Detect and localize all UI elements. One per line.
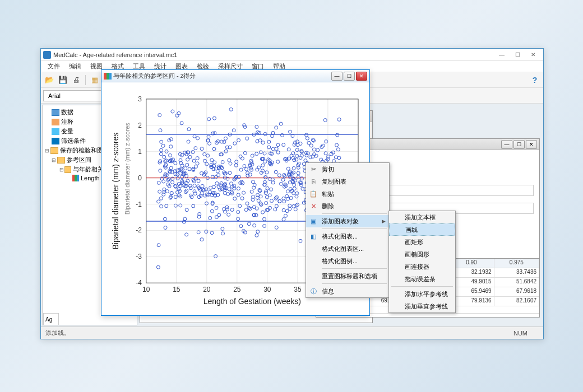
svg-point-185 [203, 159, 206, 162]
svg-point-529 [165, 204, 168, 208]
svg-point-230 [197, 179, 200, 183]
submenu-item[interactable]: 画矩形 [389, 236, 455, 248]
context-menu-item[interactable]: ◧格式化图表... [306, 230, 389, 242]
svg-point-242 [193, 192, 197, 195]
context-menu-reset[interactable]: 重置图标标题和选项 [306, 270, 389, 282]
context-menu-item[interactable]: ✂剪切 [306, 163, 389, 175]
svg-point-559 [238, 204, 242, 208]
svg-point-407 [260, 203, 263, 206]
svg-point-541 [335, 143, 339, 147]
svg-text:30: 30 [263, 286, 271, 293]
svg-text:15: 15 [173, 286, 181, 293]
submenu-item[interactable]: 添加文本框 [389, 211, 455, 223]
title-bar: MedCalc - Age-related reference interval… [41, 49, 543, 61]
svg-point-77 [280, 133, 284, 137]
chart-title-bar[interactable]: 与年龄相关的参考区间 - z得分 — ☐ ✕ [101, 70, 369, 82]
svg-point-587 [221, 227, 224, 231]
svg-point-265 [205, 202, 209, 205]
svg-point-236 [295, 192, 299, 195]
status-bar: 添加线。 NUM [41, 326, 543, 339]
svg-point-512 [212, 167, 215, 171]
svg-point-566 [217, 174, 220, 177]
submenu-item[interactable]: 拖动误差条 [389, 273, 455, 285]
svg-point-261 [306, 137, 309, 140]
svg-point-78 [274, 170, 277, 174]
svg-point-525 [297, 171, 300, 175]
svg-point-252 [281, 178, 285, 181]
svg-point-361 [224, 150, 228, 153]
context-menu-item[interactable]: 📋粘贴 [306, 188, 389, 200]
svg-point-154 [233, 142, 237, 145]
maximize-button[interactable]: ☐ [510, 49, 525, 60]
svg-point-533 [185, 208, 188, 212]
context-menu-item[interactable]: ⎘复制图表 [306, 175, 389, 188]
chart-min-button[interactable]: — [331, 72, 343, 81]
app-icon [43, 51, 51, 59]
svg-point-537 [299, 142, 302, 145]
svg-point-505 [265, 171, 269, 174]
submenu-item[interactable]: 添加水平参考线 [389, 288, 455, 300]
svg-point-628 [305, 133, 308, 137]
svg-point-446 [196, 137, 200, 140]
svg-point-281 [263, 152, 266, 155]
svg-point-105 [282, 208, 285, 212]
svg-point-47 [200, 171, 203, 175]
context-menu-item[interactable]: 格式化图表区... [306, 242, 389, 255]
svg-point-367 [207, 118, 211, 121]
help-icon[interactable]: ? [529, 74, 541, 86]
svg-point-574 [169, 145, 173, 148]
svg-point-397 [265, 195, 269, 199]
svg-point-518 [247, 222, 251, 226]
rp-min-button[interactable]: — [501, 140, 512, 149]
svg-point-233 [213, 161, 216, 164]
svg-point-463 [171, 180, 174, 184]
svg-text:3: 3 [138, 95, 142, 103]
svg-point-424 [263, 224, 266, 227]
svg-point-46 [270, 199, 274, 203]
submenu-item[interactable]: 添加垂直参考线 [389, 300, 455, 312]
save-icon[interactable]: 💾 [57, 74, 69, 86]
svg-text:10: 10 [142, 286, 150, 293]
context-menu-item[interactable]: 格式化图例... [306, 255, 389, 267]
svg-text:20: 20 [203, 286, 211, 293]
svg-point-643 [252, 213, 256, 217]
svg-point-615 [304, 159, 307, 162]
submenu-item[interactable]: 画椭圆形 [389, 248, 455, 260]
svg-point-44 [275, 126, 278, 129]
svg-point-507 [191, 151, 195, 154]
svg-point-308 [300, 177, 304, 180]
rp-max-button[interactable]: ☐ [513, 140, 525, 149]
svg-point-632 [163, 155, 166, 158]
svg-point-311 [294, 208, 297, 211]
svg-text:25: 25 [233, 286, 241, 293]
submenu-item[interactable]: 画线 [389, 223, 455, 236]
chart-close-button[interactable]: ✕ [356, 72, 367, 81]
svg-point-462 [293, 183, 296, 186]
menu-item[interactable]: 编辑 [64, 61, 86, 72]
svg-point-306 [237, 193, 240, 197]
svg-point-556 [246, 202, 249, 205]
svg-point-506 [255, 234, 258, 237]
sidebar-tab[interactable]: Ag [43, 313, 59, 325]
menu-item[interactable]: 文件 [43, 61, 64, 72]
svg-point-595 [286, 167, 290, 170]
rp-close-button[interactable]: ✕ [526, 140, 537, 149]
open-icon[interactable]: 📂 [43, 74, 55, 86]
minimize-button[interactable]: — [494, 49, 510, 60]
svg-point-160 [279, 182, 283, 185]
close-button[interactable]: ✕ [525, 49, 541, 60]
context-menu-add-object[interactable]: ▣添加图表对象▶ [306, 215, 389, 227]
context-menu: ✂剪切⎘复制图表📋粘贴✕删除▣添加图表对象▶◧格式化图表...格式化图表区...… [306, 162, 390, 298]
svg-point-352 [275, 204, 278, 208]
submenu-item[interactable]: 画连接器 [389, 260, 455, 273]
svg-point-289 [206, 154, 210, 157]
context-menu-info[interactable]: ⓘ信息 [306, 285, 389, 297]
print-icon[interactable]: 🖨 [70, 74, 82, 86]
svg-point-309 [209, 186, 212, 189]
grid-icon[interactable]: ▦ [89, 74, 101, 86]
chart-max-button[interactable]: ☐ [344, 72, 355, 81]
svg-point-428 [215, 206, 218, 209]
context-menu-item[interactable]: ✕删除 [306, 200, 389, 212]
svg-point-412 [210, 231, 214, 235]
svg-point-510 [284, 214, 287, 217]
